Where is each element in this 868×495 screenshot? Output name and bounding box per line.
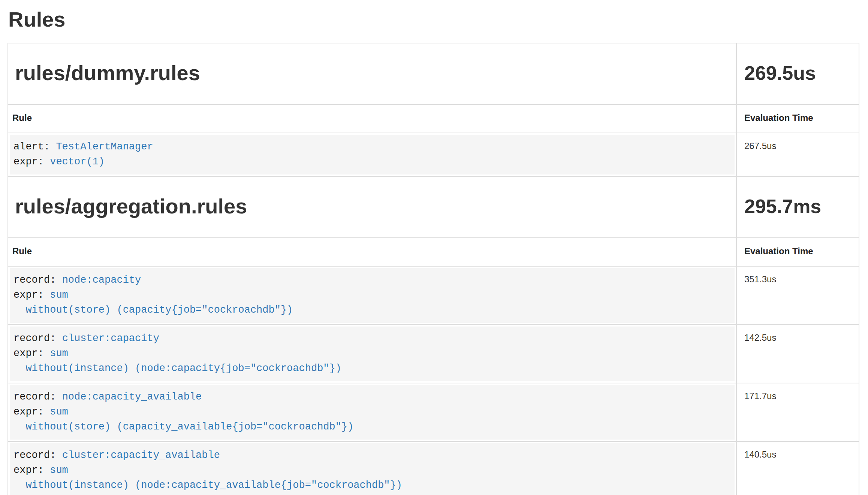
rule-group-file: rules/dummy.rules bbox=[8, 43, 736, 104]
rule-key: expr: bbox=[13, 406, 44, 417]
rule-key: expr: bbox=[13, 348, 44, 359]
column-header-row: Rule Evaluation Time bbox=[8, 104, 859, 133]
rule-definition: record: node:capacity expr: sum without(… bbox=[10, 268, 735, 323]
table-row: record: node:capacity expr: sum without(… bbox=[8, 266, 859, 325]
table-row: record: node:capacity_available expr: su… bbox=[8, 383, 859, 441]
rule-cell: record: node:capacity expr: sum without(… bbox=[8, 266, 736, 325]
rule-key: expr: bbox=[13, 289, 44, 301]
rule-eval-time: 267.5us bbox=[736, 133, 859, 176]
rule-group-file: rules/aggregation.rules bbox=[8, 176, 736, 238]
rule-cell: alert: TestAlertManager expr: vector(1) bbox=[8, 133, 736, 176]
rule-line: record: cluster:capacity bbox=[13, 331, 729, 346]
rule-expr-link[interactable]: vector(1) bbox=[50, 156, 105, 167]
rule-line: record: node:capacity_available bbox=[13, 389, 729, 404]
rule-line: expr: sum without(store) (capacity_avail… bbox=[13, 404, 729, 434]
rule-column-header: Rule bbox=[8, 238, 736, 266]
rule-key: expr: bbox=[13, 465, 44, 476]
rule-line: record: node:capacity bbox=[13, 273, 729, 288]
rule-cell: record: node:capacity_available expr: su… bbox=[8, 383, 736, 441]
rule-expr-link[interactable]: sum without(store) (capacity{job="cockro… bbox=[13, 289, 293, 316]
rule-name-link[interactable]: node:capacity bbox=[62, 274, 141, 286]
table-row: record: cluster:capacity_available expr:… bbox=[8, 441, 859, 495]
rule-eval-time: 140.5us bbox=[736, 441, 859, 495]
evaluation-time-column-header: Evaluation Time bbox=[736, 238, 859, 266]
rule-key: alert: bbox=[13, 141, 50, 152]
table-row: record: cluster:capacity expr: sum witho… bbox=[8, 325, 859, 383]
rule-definition: record: node:capacity_available expr: su… bbox=[10, 385, 735, 440]
table-row: alert: TestAlertManager expr: vector(1) … bbox=[8, 133, 859, 176]
rule-eval-time: 171.7us bbox=[736, 383, 859, 441]
rule-key: record: bbox=[13, 274, 56, 286]
rule-definition: alert: TestAlertManager expr: vector(1) bbox=[10, 135, 735, 174]
rule-definition: record: cluster:capacity expr: sum witho… bbox=[10, 327, 735, 381]
column-header-row: Rule Evaluation Time bbox=[8, 238, 859, 266]
rule-group-eval-time: 269.5us bbox=[736, 43, 859, 104]
evaluation-time-column-header: Evaluation Time bbox=[736, 104, 859, 133]
rule-line: expr: vector(1) bbox=[13, 154, 729, 169]
rule-key: record: bbox=[13, 333, 56, 344]
rule-name-link[interactable]: node:capacity_available bbox=[62, 391, 202, 403]
rule-definition: record: cluster:capacity_available expr:… bbox=[10, 443, 735, 495]
rule-column-header: Rule bbox=[8, 104, 736, 133]
rule-line: expr: sum without(store) (capacity{job="… bbox=[13, 288, 729, 318]
page-title: Rules bbox=[8, 7, 859, 31]
rule-key: record: bbox=[13, 450, 56, 461]
rule-name-link[interactable]: cluster:capacity bbox=[62, 333, 159, 344]
rule-eval-time: 142.5us bbox=[736, 325, 859, 383]
rule-group-header-row: rules/aggregation.rules 295.7ms bbox=[8, 176, 859, 238]
rule-eval-time: 351.3us bbox=[736, 266, 859, 325]
rule-line: expr: sum without(instance) (node:capaci… bbox=[13, 463, 729, 493]
rule-expr-link[interactable]: sum without(instance) (node:capacity_ava… bbox=[13, 465, 402, 491]
rule-group-eval-time: 295.7ms bbox=[736, 176, 859, 238]
rule-key: expr: bbox=[13, 156, 44, 167]
rule-key: record: bbox=[13, 391, 56, 403]
rule-line: expr: sum without(instance) (node:capaci… bbox=[13, 346, 729, 376]
rule-cell: record: cluster:capacity expr: sum witho… bbox=[8, 325, 736, 383]
rule-name-link[interactable]: cluster:capacity_available bbox=[62, 450, 220, 461]
rule-cell: record: cluster:capacity_available expr:… bbox=[8, 441, 736, 495]
rule-line: record: cluster:capacity_available bbox=[13, 448, 729, 463]
rule-group-header-row: rules/dummy.rules 269.5us bbox=[8, 43, 859, 104]
page-container: Rules rules/dummy.rules 269.5us Rule Eva… bbox=[0, 7, 868, 495]
rule-expr-link[interactable]: sum without(store) (capacity_available{j… bbox=[13, 406, 353, 432]
rule-expr-link[interactable]: sum without(instance) (node:capacity{job… bbox=[13, 348, 341, 374]
rules-table: rules/dummy.rules 269.5us Rule Evaluatio… bbox=[7, 43, 859, 495]
rule-line: alert: TestAlertManager bbox=[13, 139, 729, 154]
rule-name-link[interactable]: TestAlertManager bbox=[56, 141, 153, 152]
